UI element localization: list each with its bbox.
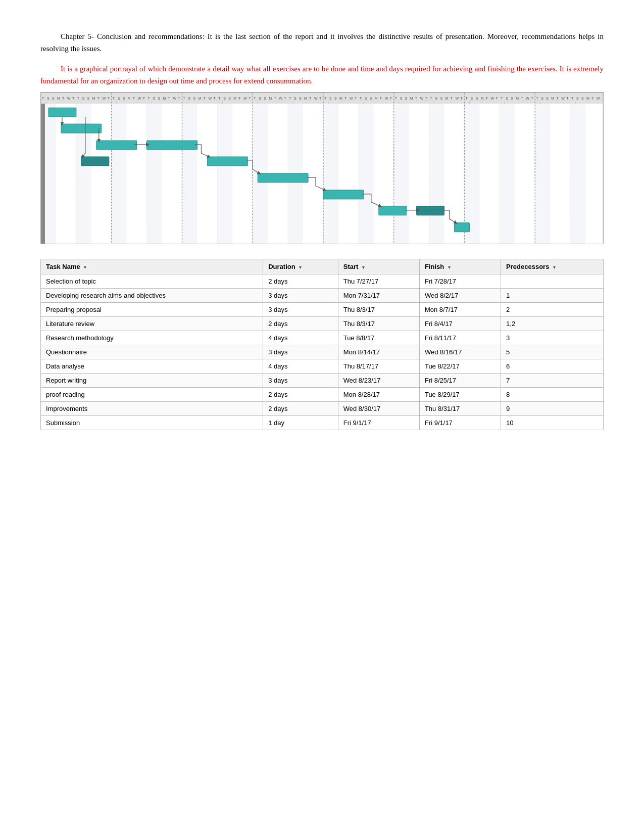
svg-rect-178 — [417, 206, 444, 215]
svg-text:W: W — [173, 97, 177, 100]
svg-text:T: T — [556, 97, 559, 100]
svg-text:S: S — [228, 97, 231, 100]
svg-text:T: T — [249, 97, 251, 100]
col-label-start: Start — [343, 263, 359, 270]
table-row: proof reading2 daysMon 8/28/17Tue 8/29/1… — [41, 388, 604, 402]
table-header-row: Task Name ▾ Duration ▾ Start ▾ Finish ▾ … — [41, 259, 604, 274]
cell-duration-0: 2 days — [263, 274, 338, 289]
svg-text:S: S — [87, 97, 90, 100]
svg-text:S: S — [546, 97, 549, 100]
svg-text:S: S — [259, 97, 261, 100]
svg-text:S: S — [294, 97, 296, 100]
col-header-predecessors[interactable]: Predecessors ▾ — [501, 259, 604, 274]
cell-start-6: Thu 8/17/17 — [338, 359, 419, 374]
sort-arrow-duration: ▾ — [299, 265, 302, 270]
cell-finish-2: Mon 8/7/17 — [419, 303, 501, 317]
cell-start-3: Thu 8/3/17 — [338, 317, 419, 331]
svg-rect-131 — [112, 104, 127, 244]
svg-text:S: S — [541, 97, 543, 100]
svg-text:T: T — [521, 97, 523, 100]
svg-text:T: T — [108, 97, 110, 100]
svg-text:T: T — [571, 97, 574, 100]
svg-text:T: T — [97, 97, 100, 100]
svg-text:T: T — [178, 97, 181, 100]
svg-text:M: M — [198, 97, 201, 100]
svg-rect-169 — [48, 108, 76, 117]
svg-rect-173 — [147, 141, 197, 150]
svg-text:T: T — [62, 97, 65, 100]
svg-rect-177 — [379, 206, 407, 215]
table-row: Questionnaire3 daysMon 8/14/17Wed 8/16/1… — [41, 345, 604, 359]
svg-text:T: T — [451, 97, 453, 100]
svg-text:T: T — [42, 97, 44, 100]
svg-text:T: T — [496, 97, 498, 100]
svg-text:M: M — [480, 97, 483, 100]
svg-text:W: W — [420, 97, 424, 100]
col-header-task-name[interactable]: Task Name ▾ — [41, 259, 263, 274]
table-row: Submission1 dayFri 9/1/17Fri 9/1/1710 — [41, 416, 604, 430]
svg-text:M: M — [269, 97, 272, 100]
col-header-duration[interactable]: Duration ▾ — [263, 259, 338, 274]
cell-duration-4: 4 days — [263, 331, 338, 345]
cell-start-7: Wed 8/23/17 — [338, 374, 419, 388]
svg-text:S: S — [440, 97, 443, 100]
svg-text:S: S — [223, 97, 226, 100]
cell-task_name-9: Improvements — [41, 402, 263, 416]
svg-text:T: T — [425, 97, 428, 100]
col-header-start[interactable]: Start ▾ — [338, 259, 419, 274]
svg-text:T: T — [238, 97, 241, 100]
col-header-finish[interactable]: Finish ▾ — [419, 259, 501, 274]
paragraph-2-text: It is a graphical portrayal of which dem… — [40, 63, 604, 87]
cell-task_name-2: Preparing proposal — [41, 303, 263, 317]
table-row: Report writing3 daysWed 8/23/17Fri 8/25/… — [41, 374, 604, 388]
svg-rect-137 — [323, 104, 338, 244]
svg-text:S: S — [193, 97, 195, 100]
svg-text:S: S — [475, 97, 478, 100]
cell-predecessors-1: 1 — [501, 289, 604, 303]
svg-rect-174 — [207, 157, 247, 166]
svg-text:S: S — [158, 97, 161, 100]
svg-text:T: T — [289, 97, 291, 100]
svg-text:T: T — [531, 97, 533, 100]
svg-text:T: T — [501, 97, 503, 100]
svg-text:T: T — [113, 97, 115, 100]
svg-text:W: W — [350, 97, 353, 100]
cell-predecessors-0 — [501, 274, 604, 289]
svg-text:T: T — [355, 97, 357, 100]
svg-rect-168 — [41, 104, 45, 244]
svg-text:T: T — [566, 97, 569, 100]
svg-rect-138 — [359, 104, 374, 244]
svg-text:W: W — [597, 97, 600, 100]
svg-text:W: W — [385, 97, 388, 100]
svg-text:W: W — [561, 97, 565, 100]
svg-text:T: T — [284, 97, 286, 100]
svg-text:T: T — [168, 97, 171, 100]
svg-text:M: M — [92, 97, 95, 100]
svg-text:M: M — [516, 97, 519, 100]
task-table: Task Name ▾ Duration ▾ Start ▾ Finish ▾ … — [40, 259, 604, 430]
svg-rect-176 — [323, 190, 364, 199]
svg-text:W: W — [67, 97, 71, 100]
cell-predecessors-3: 1,2 — [501, 317, 604, 331]
cell-task_name-5: Questionnaire — [41, 345, 263, 359]
svg-text:T: T — [344, 97, 347, 100]
table-row: Developing research aims and objectives3… — [41, 289, 604, 303]
svg-text:S: S — [47, 97, 49, 100]
table-row: Preparing proposal3 daysThu 8/3/17Mon 8/… — [41, 303, 604, 317]
svg-text:S: S — [400, 97, 403, 100]
svg-rect-172 — [81, 157, 109, 166]
svg-text:W: W — [138, 97, 141, 100]
svg-rect-170 — [61, 124, 102, 133]
cell-task_name-7: Report writing — [41, 374, 263, 388]
sort-arrow-start: ▾ — [362, 265, 365, 270]
paragraph-1-text: Chapter 5- Conclusion and recommendation… — [40, 30, 604, 55]
svg-text:S: S — [118, 97, 120, 100]
svg-text:S: S — [299, 97, 302, 100]
svg-text:S: S — [329, 97, 332, 100]
cell-start-10: Fri 9/1/17 — [338, 416, 419, 430]
svg-text:T: T — [309, 97, 312, 100]
table-row: Literature review2 daysThu 8/3/17Fri 8/4… — [41, 317, 604, 331]
svg-text:T: T — [133, 97, 135, 100]
svg-text:M: M — [445, 97, 449, 100]
cell-finish-9: Thu 8/31/17 — [419, 402, 501, 416]
